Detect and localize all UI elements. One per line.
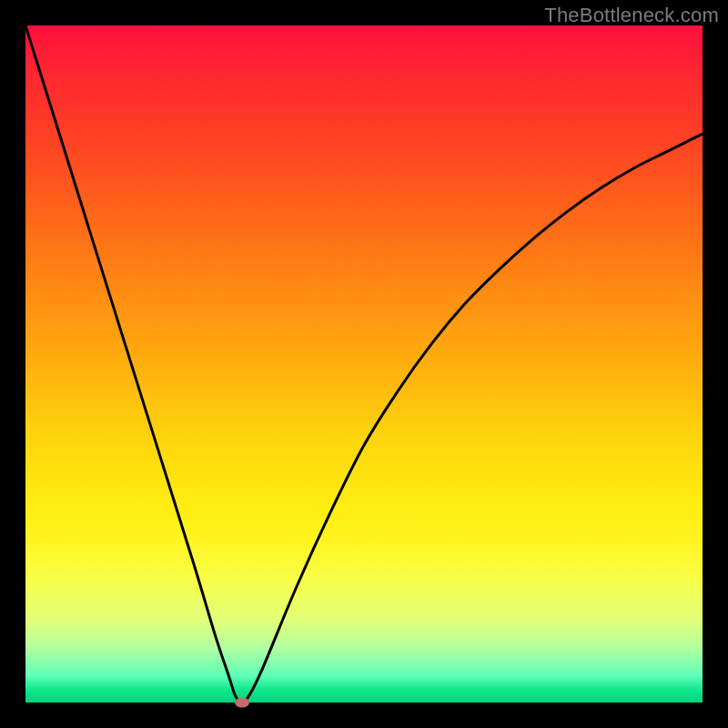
watermark-text: TheBottleneck.com [544,4,719,27]
optimal-marker [235,698,249,708]
plot-area [25,25,703,703]
chart-svg [25,25,703,703]
bottleneck-curve [25,25,703,703]
chart-frame: TheBottleneck.com [0,0,728,728]
